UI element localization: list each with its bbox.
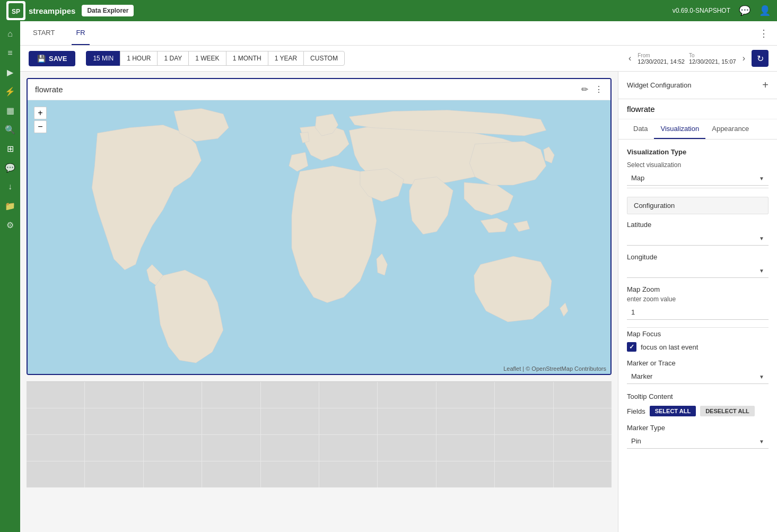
config-add-button[interactable]: +	[762, 79, 769, 91]
visualization-type-select-wrapper: Map	[627, 171, 769, 186]
data-explorer-badge[interactable]: Data Explorer	[82, 5, 134, 16]
date-prev-btn[interactable]: ‹	[626, 51, 633, 65]
marker-type-select-wrapper: Pin	[627, 434, 769, 449]
date-range: ‹ From 12/30/2021, 14:52 To 12/30/2021, …	[626, 50, 769, 67]
map-focus-checkbox-row: focus on last event	[627, 342, 769, 352]
time-btn-15min[interactable]: 15 MIN	[86, 51, 120, 66]
select-all-button[interactable]: SELECT ALL	[650, 406, 696, 416]
config-content: Visualization Type Select visualization …	[618, 139, 777, 465]
marker-type-select[interactable]: Pin	[627, 434, 769, 449]
sidebar-stream-icon[interactable]: ≡	[2, 45, 19, 62]
focus-on-last-event-checkbox[interactable]	[627, 342, 636, 352]
notification-icon[interactable]: 💬	[739, 5, 750, 16]
zoom-in-button[interactable]: +	[34, 107, 47, 119]
map-focus-field: Map Focus focus on last event	[627, 330, 769, 352]
grid-cell	[27, 435, 84, 461]
grid-cell	[85, 435, 143, 461]
logo-text: streampipes	[29, 6, 75, 15]
sidebar-home-icon[interactable]: ⌂	[2, 25, 19, 42]
map-focus-label: Map Focus	[627, 330, 769, 338]
longitude-select[interactable]	[627, 263, 769, 278]
svg-text:SP: SP	[12, 8, 20, 15]
time-btn-1day[interactable]: 1 DAY	[157, 51, 188, 66]
marker-or-trace-select-wrapper: Marker	[627, 369, 769, 384]
visualization-type-select[interactable]: Map	[627, 171, 769, 186]
grid-cell	[202, 382, 260, 408]
more-icon[interactable]: ⋮	[595, 84, 603, 94]
user-icon[interactable]: 👤	[759, 5, 771, 16]
grid-cell	[202, 461, 260, 487]
date-from-value: 12/30/2021, 14:52	[638, 58, 685, 65]
map-zoom-sublabel: enter zoom value	[627, 295, 769, 303]
zoom-out-button[interactable]: −	[34, 120, 47, 133]
grid-cell	[27, 382, 84, 408]
date-next-btn[interactable]: ›	[740, 51, 747, 65]
configuration-header: Configuration	[627, 197, 769, 214]
config-tab-visualization[interactable]: Visualization	[654, 119, 705, 139]
map-container: + − Leaflet | © OpenStreetMap Contributo…	[28, 100, 610, 374]
latitude-select-wrapper	[627, 231, 769, 246]
map-zoom-controls: + −	[34, 107, 47, 133]
widget-header: flowrate ✏ ⋮	[28, 79, 610, 100]
sidebar-settings-icon[interactable]: ⚙	[2, 216, 19, 233]
grid-cell	[261, 435, 319, 461]
sidebar-search-icon[interactable]: 🔍	[2, 121, 19, 138]
sidebar-grid-icon[interactable]: ⊞	[2, 140, 19, 157]
grid-cell	[495, 435, 553, 461]
sidebar-chart-icon[interactable]: ▦	[2, 102, 19, 119]
sidebar-download-icon[interactable]: ↓	[2, 178, 19, 195]
edit-icon[interactable]: ✏	[581, 84, 588, 94]
grid-cell	[85, 382, 143, 408]
grid-cell	[436, 461, 494, 487]
tab-start[interactable]: START	[29, 21, 59, 45]
longitude-select-wrapper	[627, 263, 769, 278]
grid-cell	[261, 408, 319, 434]
toolbar: 💾 SAVE 15 MIN 1 HOUR 1 DAY 1 WEEK 1 MONT…	[20, 46, 777, 72]
marker-or-trace-select[interactable]: Marker	[627, 369, 769, 384]
visualization-type-title: Visualization Type	[627, 148, 769, 156]
map-zoom-input[interactable]	[627, 305, 769, 320]
time-btn-custom[interactable]: CUSTOM	[303, 51, 345, 66]
sidebar-files-icon[interactable]: 📁	[2, 197, 19, 214]
widget-title: flowrate	[35, 85, 63, 94]
save-label: SAVE	[49, 55, 67, 63]
refresh-button[interactable]: ↻	[752, 50, 769, 67]
grid-cell	[495, 461, 553, 487]
marker-or-trace-field: Marker or Trace Marker	[627, 359, 769, 384]
widget-header-actions: ✏ ⋮	[581, 84, 603, 94]
deselect-all-button[interactable]: DESELECT ALL	[700, 406, 755, 416]
tooltip-fields-label: Fields	[627, 407, 645, 415]
grid-cell	[27, 461, 84, 487]
top-navbar: SP streampipes Data Explorer v0.69.0-SNA…	[0, 0, 777, 21]
visualization-type-sublabel: Select visualization	[627, 161, 769, 169]
grid-cell	[319, 408, 377, 434]
config-tab-data[interactable]: Data	[627, 119, 654, 139]
date-to-value: 12/30/2021, 15:07	[689, 58, 736, 65]
time-btn-1month[interactable]: 1 MONTH	[226, 51, 268, 66]
tab-fr[interactable]: FR	[72, 21, 89, 45]
tabs-bar: START FR ⋮	[20, 21, 777, 46]
time-btn-1week[interactable]: 1 WEEK	[188, 51, 225, 66]
sidebar-play-icon[interactable]: ▶	[2, 64, 19, 81]
config-tab-appearance[interactable]: Appearance	[705, 119, 755, 139]
tabs-more-icon[interactable]: ⋮	[759, 28, 769, 39]
tabs-left: START FR	[29, 21, 90, 45]
time-btn-1hour[interactable]: 1 HOUR	[120, 51, 157, 66]
grid-cell	[378, 382, 435, 408]
grid-cell	[554, 408, 612, 434]
save-icon: 💾	[37, 55, 46, 63]
grid-cell	[85, 461, 143, 487]
marker-or-trace-label: Marker or Trace	[627, 359, 769, 367]
date-from: From 12/30/2021, 14:52	[638, 53, 685, 65]
map-widget: flowrate ✏ ⋮	[27, 78, 612, 375]
logo[interactable]: SP streampipes	[6, 1, 75, 20]
save-button[interactable]: 💾 SAVE	[29, 51, 75, 66]
grid-cell	[202, 408, 260, 434]
config-widget-name: flowrate	[618, 99, 777, 119]
sidebar-plugin-icon[interactable]: ⚡	[2, 83, 19, 100]
time-buttons: 15 MIN 1 HOUR 1 DAY 1 WEEK 1 MONTH 1 YEA…	[86, 51, 344, 66]
time-btn-1year[interactable]: 1 YEAR	[268, 51, 303, 66]
latitude-select[interactable]	[627, 231, 769, 246]
sidebar-chat-icon[interactable]: 💬	[2, 159, 19, 176]
config-header: Widget Configuration +	[618, 72, 777, 99]
